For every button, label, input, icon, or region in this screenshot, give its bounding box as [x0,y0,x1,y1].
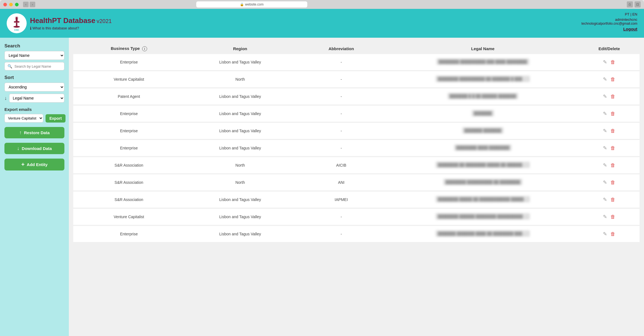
share-btn[interactable]: ⎙ [627,1,633,7]
restore-data-button[interactable]: ↑ Restore Data [4,127,64,138]
sort-field-select[interactable]: Legal Name Business Type Region [9,94,64,103]
delete-button[interactable]: 🗑 [609,93,617,101]
cell-actions: ✎ 🗑 [579,208,640,225]
export-type-select[interactable]: Venture Capitalist Enterprise S&R Associ… [4,114,43,123]
cell-legal_name: ███████ █ █ ██ ██████ ███████ [387,88,579,105]
search-input[interactable] [14,64,61,68]
info-icon: ℹ [30,26,31,30]
delete-button[interactable]: 🗑 [609,58,617,66]
logo-circle: CNC [7,13,27,33]
username: admintechcnc [581,17,637,22]
legal-name-value: ████████ ██████ ████████ ██████████ █ ██… [436,213,530,220]
delete-button[interactable]: 🗑 [609,110,617,118]
edit-button[interactable]: ✎ [602,144,608,152]
cell-actions: ✎ 🗑 [579,54,640,71]
export-row: Venture Capitalist Enterprise S&R Associ… [4,114,64,123]
url-text: website.com [245,2,264,6]
business-type-info-icon[interactable]: i [142,46,147,51]
delete-button[interactable]: 🗑 [609,179,617,187]
table-row: EnterpriseLisbon and Tagus Valley-██████… [73,54,640,71]
action-cell: ✎ 🗑 [583,230,635,238]
minimize-btn[interactable] [9,3,13,6]
app-header: CNC HealthPT Database v2021 ℹ What is th… [0,9,644,38]
cell-legal_name: ████████ ██ ████████ █████ ██ ██████████… [387,157,579,174]
url-bar[interactable]: 🔒 website.com [196,1,307,7]
download-data-button[interactable]: ↓ Download Data [4,143,64,154]
cell-region: Lisbon and Tagus Valley [185,208,296,225]
table-row: EnterpriseLisbon and Tagus Valley-██████… [73,105,640,122]
delete-button[interactable]: 🗑 [609,230,617,238]
cell-abbreviation: - [296,225,387,243]
cell-actions: ✎ 🗑 [579,174,640,191]
cell-legal_name: ████████ █████ ██ ████████████ █████ ██ … [387,191,579,208]
user-area: PT | EN admintechcnc technologicalportfo… [581,12,637,31]
search-icon: 🔍 [7,64,12,68]
cell-actions: ✎ 🗑 [579,191,640,208]
cell-business_type: S&R Association [73,157,185,174]
delete-button[interactable]: 🗑 [609,127,617,135]
search-section: Search Legal Name Business Type Region 🔍 [4,43,64,70]
maximize-btn[interactable] [15,3,19,6]
cell-actions: ✎ 🗑 [579,225,640,243]
edit-button[interactable]: ✎ [602,230,608,238]
legal-name-value: ████████ ██ ████████ █████ ██ ██████████… [436,162,530,168]
export-label: Export emails [4,107,64,112]
edit-button[interactable]: ✎ [602,75,608,83]
cell-actions: ✎ 🗑 [579,139,640,157]
col-header-region: Region [185,43,296,54]
delete-button[interactable]: 🗑 [609,161,617,169]
svg-rect-3 [16,23,17,26]
action-cell: ✎ 🗑 [583,110,635,118]
export-button[interactable]: Export [46,114,66,123]
logout-button[interactable]: Logout [581,27,637,31]
cell-business_type: Venture Capitalist [73,208,185,225]
cell-abbreviation: - [296,122,387,139]
language-selector[interactable]: PT | EN [581,12,637,16]
sidebar-btn[interactable]: ⊡ [635,1,641,7]
cell-abbreviation: - [296,105,387,122]
col-header-edit-delete: Edit/Delete [579,43,640,54]
table-row: EnterpriseLisbon and Tagus Valley-██████… [73,139,640,157]
add-entity-button[interactable]: + Add Entity [4,159,64,170]
close-btn[interactable] [3,3,7,6]
sort-arrow-icon: ↓ [4,95,7,101]
delete-button[interactable]: 🗑 [609,75,617,83]
edit-button[interactable]: ✎ [602,178,608,187]
cell-business_type: Patent Agent [73,88,185,105]
forward-btn[interactable]: › [30,2,35,7]
cell-abbreviation: - [296,54,387,71]
legal-name-value: ████████ ████ ████████ [454,144,512,151]
svg-rect-2 [14,21,19,23]
svg-rect-1 [16,17,18,22]
search-field-select[interactable]: Legal Name Business Type Region [4,51,64,60]
header-subtitle[interactable]: ℹ What is this database about? [30,26,112,30]
edit-button[interactable]: ✎ [602,195,608,204]
cell-business_type: S&R Association [73,191,185,208]
edit-button[interactable]: ✎ [602,92,608,101]
action-cell: ✎ 🗑 [583,75,635,83]
edit-button[interactable]: ✎ [602,161,608,169]
cell-region: Lisbon and Tagus Valley [185,54,296,71]
cell-region: Lisbon and Tagus Valley [185,225,296,243]
edit-button[interactable]: ✎ [602,58,608,66]
header-brand: HealthPT Database v2021 [30,16,112,25]
cell-business_type: Enterprise [73,105,185,122]
legal-name-value: ███████ ███████ [462,127,504,134]
table-header: Business Type i Region Abbreviation Lega… [73,43,640,54]
cell-abbreviation: IAPMEI [296,191,387,208]
delete-button[interactable]: 🗑 [609,144,617,152]
sort-direction-select[interactable]: Ascending Descending [4,83,64,91]
window-chrome: ‹ › 🔒 website.com ⎙ ⊡ [0,0,644,9]
user-email: technologicalportfolio.cnc@gmail.com [581,22,637,26]
action-cell: ✎ 🗑 [583,195,635,204]
edit-button[interactable]: ✎ [602,213,608,221]
search-input-wrapper: 🔍 [4,62,64,70]
sort-label: Sort [4,75,64,80]
delete-button[interactable]: 🗑 [609,213,617,221]
edit-button[interactable]: ✎ [602,110,608,118]
back-btn[interactable]: ‹ [23,2,29,7]
edit-button[interactable]: ✎ [602,127,608,135]
cell-region: Lisbon and Tagus Valley [185,122,296,139]
cell-abbreviation: - [296,71,387,88]
delete-button[interactable]: 🗑 [609,196,617,204]
